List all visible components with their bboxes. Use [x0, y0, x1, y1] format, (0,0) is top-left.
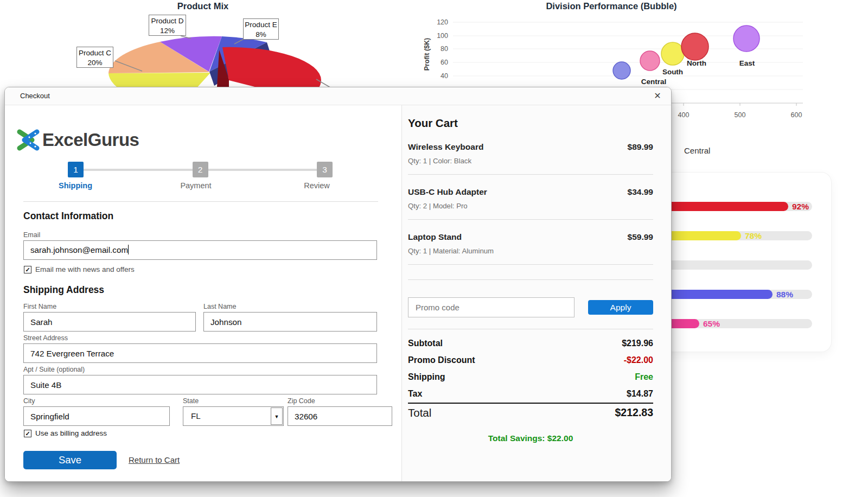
step-label-payment: Payment: [158, 181, 234, 190]
cart-item: Laptop Stand $59.99: [408, 232, 653, 242]
callout-value: 12%: [149, 26, 186, 36]
state-value: FL: [191, 407, 201, 425]
step-label-shipping: Shipping: [37, 181, 113, 190]
item-meta: Qty: 2 | Model: Pro: [408, 202, 653, 210]
bubble-east[interactable]: [733, 26, 760, 52]
checkout-stepper: 1 2 3: [68, 162, 333, 177]
cart-heading: Your Cart: [408, 117, 653, 130]
section-divider: [408, 279, 653, 280]
street-field[interactable]: [23, 343, 377, 363]
y-axis-title: Profit ($K): [423, 38, 431, 71]
tax-label: Tax: [408, 389, 422, 399]
billing-checkbox[interactable]: ✓: [24, 430, 31, 437]
city-field[interactable]: [23, 406, 170, 426]
bubble-blue[interactable]: [613, 62, 630, 79]
city-label: City: [23, 397, 35, 405]
first-name-field[interactable]: [23, 312, 196, 332]
promo-discount-label: Promo Discount: [408, 355, 475, 365]
step-connector: [84, 169, 193, 171]
dialog-title: Checkout: [20, 92, 50, 100]
dialog-titlebar[interactable]: Checkout ✕: [5, 87, 671, 105]
item-name: USB-C Hub Adapter: [408, 187, 487, 197]
cart-item: USB-C Hub Adapter $34.99: [408, 187, 653, 197]
y-tick-40: 40: [441, 72, 448, 80]
bubble-label-south: South: [662, 68, 683, 76]
chevron-down-icon[interactable]: ▼: [271, 407, 283, 425]
bar-pct-indigo: 88%: [776, 289, 793, 300]
zip-field[interactable]: [288, 406, 392, 426]
subtotal-row: Subtotal $219.96: [408, 339, 653, 348]
cart-item: Wireless Keyboard $89.99: [408, 142, 653, 152]
item-divider: [408, 219, 653, 220]
callout-label: Product C: [77, 48, 113, 58]
item-meta: Qty: 1 | Material: Aluminum: [408, 247, 653, 255]
subtotal-label: Subtotal: [408, 339, 443, 348]
bubble-central[interactable]: [640, 51, 660, 71]
contact-heading: Contact Information: [23, 211, 113, 222]
x-axis-ticks: [684, 103, 796, 106]
total-value: $212.83: [615, 406, 654, 419]
item-name: Wireless Keyboard: [408, 142, 483, 152]
pie-callout-product-d[interactable]: Product D 12%: [149, 15, 186, 36]
callout-value: 20%: [77, 58, 113, 68]
last-name-field[interactable]: [203, 312, 377, 332]
apt-field[interactable]: [23, 375, 377, 394]
pie-chart-title: Product Mix: [108, 1, 298, 11]
step-connector: [208, 169, 317, 171]
text-caret: [128, 245, 129, 254]
y-tick-60: 60: [441, 59, 448, 66]
subtotal-value: $219.96: [622, 339, 653, 348]
email-label: Email: [23, 231, 40, 239]
x-tick-400: 400: [678, 111, 690, 119]
tax-row: Tax $14.87: [408, 389, 653, 404]
apt-label: Apt / Suite (optional): [23, 366, 85, 373]
shipping-heading: Shipping Address: [23, 284, 104, 296]
last-name-label: Last Name: [203, 303, 236, 310]
bubble-label-north: North: [687, 59, 706, 67]
state-select[interactable]: FL ▼: [183, 406, 284, 426]
step-2-payment[interactable]: 2: [193, 162, 208, 177]
first-name-label: First Name: [23, 303, 56, 310]
callout-value: 8%: [244, 30, 278, 40]
item-divider: [408, 174, 653, 175]
step-3-review[interactable]: 3: [317, 162, 333, 177]
step-1-shipping[interactable]: 1: [68, 162, 84, 177]
newsletter-checkbox[interactable]: ✓: [24, 266, 31, 273]
email-value: sarah.johnson@email.com: [30, 245, 128, 254]
bubble-south[interactable]: [661, 42, 684, 65]
step-label-review: Review: [279, 181, 355, 190]
street-label: Street Address: [23, 334, 68, 342]
promo-discount-value: -$22.00: [624, 355, 653, 365]
close-icon[interactable]: ✕: [652, 91, 663, 101]
state-label: State: [183, 397, 199, 405]
callout-label: Product E: [244, 20, 278, 30]
bubble-north[interactable]: [681, 33, 709, 60]
billing-checkbox-row[interactable]: ✓ Use as billing address: [24, 429, 107, 437]
y-tick-120: 120: [437, 18, 448, 26]
return-to-cart-link[interactable]: Return to Cart: [129, 455, 180, 464]
shipping-row: Shipping Free: [408, 372, 653, 382]
promo-code-input[interactable]: [408, 297, 575, 317]
section-divider: [23, 201, 378, 202]
bubble-chart-title: Division Performance (Bubble): [516, 1, 706, 11]
item-name: Laptop Stand: [408, 232, 462, 242]
newsletter-checkbox-row[interactable]: ✓ Email me with news and offers: [24, 265, 135, 273]
callout-label: Product D: [149, 16, 186, 26]
pie-callout-product-c[interactable]: Product C 20%: [76, 47, 113, 68]
billing-label: Use as billing address: [35, 429, 107, 437]
bubble-label-east: East: [739, 59, 755, 67]
promo-discount-row: Promo Discount -$22.00: [408, 355, 653, 365]
legend-fragment-central: Central: [684, 146, 710, 155]
shipping-label: Shipping: [408, 372, 445, 382]
pie-slice-red-exploded[interactable]: [222, 47, 321, 90]
email-field[interactable]: sarah.johnson@email.com: [23, 240, 377, 260]
save-button[interactable]: Save: [23, 451, 117, 469]
apply-button[interactable]: Apply: [588, 300, 653, 315]
item-price: $34.99: [628, 187, 653, 197]
pie-callout-product-e[interactable]: Product E 8%: [243, 18, 279, 40]
brand-logo: ExcelGurus: [16, 128, 139, 152]
section-divider: [408, 329, 653, 329]
bar-pct-yellow: 78%: [745, 231, 762, 241]
item-divider: [408, 264, 653, 265]
brand-name: ExcelGurus: [42, 130, 139, 150]
